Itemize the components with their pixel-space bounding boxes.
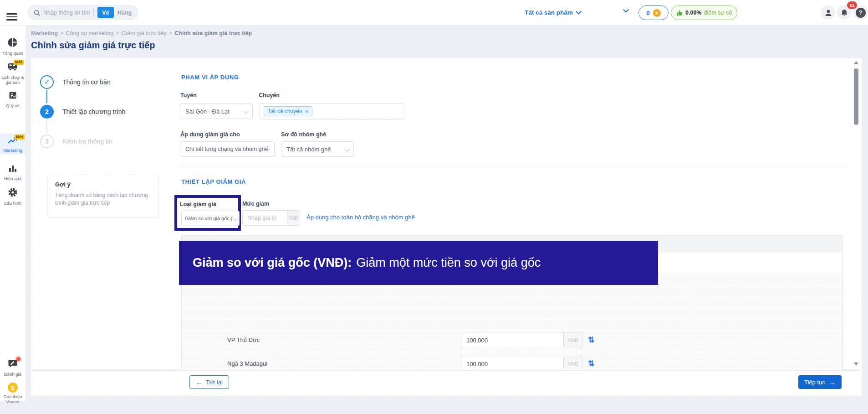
price-input[interactable]: [461, 332, 564, 348]
chevron-down-icon[interactable]: [623, 7, 629, 13]
sidebar-item-label: Giới thiệu Vexere: [0, 394, 26, 404]
route-label: Tuyến: [180, 92, 197, 98]
continue-button[interactable]: Tiếp tục →: [798, 375, 842, 389]
search-placeholder[interactable]: Nhập thông tin tìm kiếm: [43, 10, 91, 16]
chevron-down-icon: [233, 216, 238, 221]
breadcrumb-separator: >: [60, 30, 63, 36]
amount-input[interactable]: [242, 210, 287, 226]
search-tab-ve[interactable]: Vé: [97, 7, 114, 18]
star-points-badge[interactable]: 0 ★: [638, 5, 669, 20]
price-unit: VNĐ: [564, 356, 582, 369]
breadcrumb-item[interactable]: Công cụ marketing: [66, 30, 113, 36]
seatmap-label: Sơ đồ nhóm ghế: [281, 131, 326, 138]
discount-heading: THIẾT LẬP GIẢM GIÁ: [181, 178, 246, 185]
bar-chart-icon: [8, 165, 17, 173]
sidebar-item-label: Lịch chạy & giá bán: [0, 75, 26, 85]
back-button[interactable]: ← Trở lại: [189, 375, 229, 389]
step-1-label: Thông tin cơ bản: [62, 78, 111, 86]
sidebar-item-referral[interactable]: $ Giới thiệu Vexere: [0, 382, 26, 410]
global-search[interactable]: Nhập thông tin tìm kiếm Vé Hàng: [27, 5, 138, 20]
incident-score-value: 0.00%: [685, 10, 701, 16]
hamburger-menu-icon[interactable]: [6, 13, 17, 21]
chevron-down-icon: [243, 109, 248, 114]
amount-label: Mức giảm: [242, 201, 269, 207]
step-1-circle[interactable]: ✓: [40, 75, 54, 89]
apply-all-link[interactable]: Áp dụng cho toàn bộ chặng và nhóm ghế: [306, 214, 415, 221]
trip-label: Chuyến: [259, 92, 280, 98]
seatmap-select[interactable]: Tất cả nhóm ghế: [281, 141, 354, 157]
topbar-separator: [737, 6, 737, 19]
sidebar-item-label: Tổng quan: [0, 51, 26, 56]
star-points-count: 0: [646, 10, 650, 16]
step-2-circle[interactable]: 2: [40, 105, 54, 119]
coin-dollar-icon: $: [8, 383, 18, 393]
main-panel: ✓ Thông tin cơ bản 2 Thiết lập chương tr…: [31, 58, 862, 396]
product-filter-label: Tất cả sản phẩm: [525, 9, 573, 16]
breadcrumb-item[interactable]: Giảm giá trực tiếp: [122, 30, 167, 36]
price-unit: VNĐ: [564, 332, 582, 348]
sidebar-item-performance[interactable]: Hiệu quả: [0, 163, 26, 186]
swap-arrows-icon[interactable]: ⇅: [588, 335, 594, 345]
account-button[interactable]: [821, 5, 835, 20]
discount-type-tooltip: Giảm so với giá gốc (VNĐ): Giảm một mức …: [179, 241, 658, 285]
discount-type-label: Loại giảm giá: [180, 201, 216, 207]
sidebar-item-review[interactable]: Đánh giá: [0, 357, 26, 380]
discount-type-value: Giảm so với giá gốc (VNĐ): [185, 216, 233, 221]
sidebar-item-settings[interactable]: Cấu hình: [0, 186, 26, 208]
scrollbar[interactable]: [853, 59, 860, 369]
sidebar-item-overview[interactable]: Tổng quan: [0, 36, 26, 59]
search-icon: [34, 10, 40, 16]
breadcrumb-separator: >: [116, 30, 119, 36]
stop-name: VP Thủ Đức: [227, 336, 260, 343]
page-title: Chỉnh sửa giảm giá trực tiếp: [31, 40, 155, 51]
route-select[interactable]: Sài Gòn - Đà Lạt: [180, 104, 253, 119]
price-input[interactable]: [461, 356, 564, 369]
breadcrumb: Marketing>Công cụ marketing>Giảm giá trự…: [31, 30, 252, 36]
step-connector: [46, 90, 47, 103]
sidebar-item-marketing[interactable]: Mới Marketing: [0, 134, 26, 155]
gear-icon: [8, 187, 18, 197]
incident-score-label: điểm sự cố: [704, 10, 732, 16]
scroll-up-arrow[interactable]: [854, 61, 858, 64]
price-row: Ngã 3 Madagui VNĐ ⇅: [182, 356, 842, 369]
alert-dot: [16, 357, 20, 361]
apply-for-select[interactable]: Chi tiết từng chặng và nhóm ghế: [180, 141, 275, 157]
discount-type-select[interactable]: Giảm so với giá gốc (VNĐ): [181, 211, 240, 226]
search-tab-hang[interactable]: Hàng: [117, 10, 132, 16]
amount-unit: VNĐ: [287, 210, 299, 226]
arrow-right-icon: →: [829, 379, 836, 386]
trip-tag: Tất cả chuyến ×: [264, 106, 312, 116]
step-3-label: Kiểm tra thông tin: [62, 138, 112, 145]
sidebar-item-tickets[interactable]: Q.lý vé: [0, 90, 26, 112]
scrollbar-thumb[interactable]: [854, 68, 858, 125]
sidebar-item-label: Marketing: [0, 148, 26, 153]
chevron-down-icon: [576, 9, 582, 15]
sidebar: Tổng quan Mới Lịch chạy & giá bán Q.lý v…: [0, 25, 26, 401]
incident-score-badge[interactable]: 0.00% điểm sự cố: [671, 5, 737, 20]
sidebar-item-label: Hiệu quả: [0, 176, 26, 181]
pie-chart-icon: [8, 37, 18, 47]
continue-button-label: Tiếp tục: [804, 379, 825, 386]
sidebar-item-label: Đánh giá: [0, 372, 26, 377]
scope-heading: PHẠM VI ÁP DỤNG: [181, 74, 239, 81]
step-2-label: Thiết lập chương trình: [62, 108, 125, 115]
apply-for-select-value: Chi tiết từng chặng và nhóm ghế: [185, 146, 268, 152]
scroll-down-arrow[interactable]: [854, 362, 858, 366]
swap-arrows-icon[interactable]: ⇅: [588, 359, 594, 368]
breadcrumb-separator: >: [169, 30, 172, 36]
bell-icon: [840, 9, 848, 17]
thumbs-up-icon: [676, 10, 683, 16]
product-filter-dropdown[interactable]: Tất cả sản phẩm: [525, 0, 581, 25]
sidebar-item-schedule[interactable]: Mới Lịch chạy & giá bán: [0, 61, 26, 87]
breadcrumb-item[interactable]: Marketing: [31, 30, 58, 36]
arrow-left-icon: ←: [196, 379, 203, 386]
star-icon: ★: [653, 9, 661, 17]
step-3-circle[interactable]: 3: [40, 135, 54, 148]
new-badge: Mới: [14, 60, 24, 65]
apply-for-label: Áp dụng giảm giá cho: [180, 131, 240, 138]
review-bubble-icon: [8, 359, 18, 368]
footer-divider: [31, 370, 862, 371]
remove-tag-icon[interactable]: ×: [305, 109, 308, 114]
trip-multiselect[interactable]: Tất cả chuyến ×: [260, 103, 404, 119]
seatmap-select-value: Tất cả nhóm ghế: [286, 146, 331, 153]
